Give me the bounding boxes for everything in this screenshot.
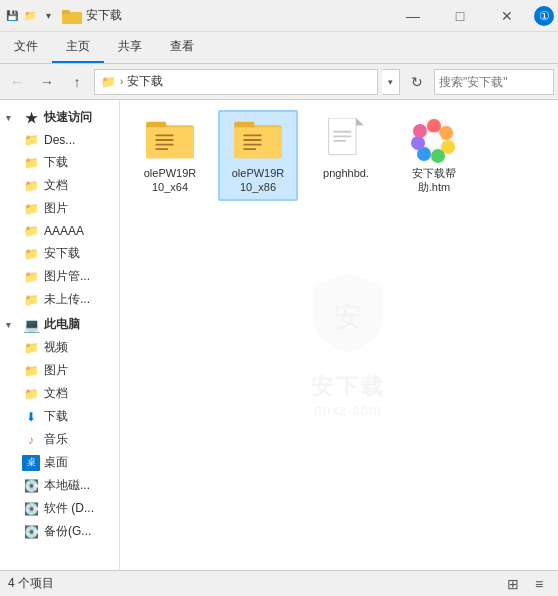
close-button[interactable]: ✕	[484, 0, 530, 32]
address-path[interactable]: 📁 › 安下载	[94, 69, 378, 95]
sidebar-item-software-disk[interactable]: 💽 软件 (D...	[0, 497, 119, 520]
svg-rect-20	[333, 131, 351, 133]
svg-point-31	[426, 132, 442, 148]
folder-icon-upload: 📁	[22, 292, 40, 308]
folder-icon-des: 📁	[22, 132, 40, 148]
title-folder-icon	[62, 8, 82, 24]
svg-rect-6	[155, 135, 173, 137]
sidebar-item-aaaaa[interactable]: 📁 AAAAA	[0, 220, 119, 242]
minimize-button[interactable]: —	[390, 0, 436, 32]
file-name-1: olePW19R 10_x86	[224, 166, 292, 195]
sidebar-item-imgmgr-label: 图片管...	[44, 268, 90, 285]
svg-marker-19	[356, 118, 363, 125]
status-count: 4 个项目	[8, 575, 502, 592]
window-controls: — □ ✕	[390, 0, 530, 32]
svg-point-30	[413, 124, 427, 138]
content-area: 安 安下载 anxz.com	[120, 100, 558, 570]
file-item-0[interactable]: olePW19R 10_x64	[130, 110, 210, 201]
sidebar-item-pc-download[interactable]: ⬇ 下载	[0, 405, 119, 428]
sidebar-item-music-label: 音乐	[44, 431, 68, 448]
back-button[interactable]: ←	[4, 69, 30, 95]
svg-rect-21	[333, 135, 351, 137]
new-folder-icon[interactable]: 📁	[22, 8, 38, 24]
quick-access-button[interactable]: ①	[534, 6, 554, 26]
properties-icon[interactable]: ▾	[40, 8, 56, 24]
sidebar-item-imgmgr[interactable]: 📁 图片管...	[0, 265, 119, 288]
search-input[interactable]	[439, 75, 558, 89]
file-item-2[interactable]: pnghhbd.	[306, 110, 386, 201]
sidebar-item-local-disk[interactable]: 💽 本地磁...	[0, 474, 119, 497]
download-icon: ⬇	[22, 409, 40, 425]
sidebar-item-pc-pictures[interactable]: 📁 图片	[0, 359, 119, 382]
folder-icon-download: 📁	[22, 155, 40, 171]
sidebar-item-backup-disk[interactable]: 💽 备份(G...	[0, 520, 119, 543]
ribbon-tab-file[interactable]: 文件	[0, 32, 52, 63]
local-disk-icon: 💽	[22, 478, 40, 494]
sidebar-item-software-disk-label: 软件 (D...	[44, 500, 94, 517]
status-bar: 4 个项目 ⊞ ≡	[0, 570, 558, 596]
watermark-shield-icon: 安	[303, 268, 393, 372]
software-disk-icon: 💽	[22, 501, 40, 517]
watermark-text: 安下载	[311, 372, 386, 402]
large-icons-view-button[interactable]: ⊞	[502, 574, 524, 594]
sidebar-item-aaaaa-label: AAAAA	[44, 224, 84, 238]
sidebar-item-backup-disk-label: 备份(G...	[44, 523, 91, 540]
svg-point-24	[427, 119, 441, 133]
save-icon[interactable]: 💾	[4, 8, 20, 24]
svg-rect-13	[243, 135, 261, 137]
address-dropdown-button[interactable]: ▾	[382, 69, 400, 95]
address-separator: ›	[120, 76, 123, 87]
sidebar-thispc-header[interactable]: ▾ 💻 此电脑	[0, 311, 119, 336]
svg-rect-12	[234, 127, 282, 158]
sidebar-item-desktop[interactable]: 桌 桌面	[0, 451, 119, 474]
sidebar-item-download[interactable]: 📁 下载	[0, 151, 119, 174]
sidebar-item-des[interactable]: 📁 Des...	[0, 129, 119, 151]
title-bar-icons: 💾 📁 ▾	[4, 8, 56, 24]
file-item-3[interactable]: 安下载帮助.htm	[394, 110, 474, 201]
address-bar: ← → ↑ 📁 › 安下载 ▾ ↻ 🔍	[0, 64, 558, 100]
sidebar-item-pictures-label: 图片	[44, 200, 68, 217]
maximize-button[interactable]: □	[437, 0, 483, 32]
sidebar-item-pc-download-label: 下载	[44, 408, 68, 425]
music-icon: ♪	[22, 432, 40, 448]
folder-icon-pc-pictures: 📁	[22, 363, 40, 379]
sidebar-item-pc-docs[interactable]: 📁 文档	[0, 382, 119, 405]
sidebar-item-music[interactable]: ♪ 音乐	[0, 428, 119, 451]
details-view-button[interactable]: ≡	[528, 574, 550, 594]
svg-rect-9	[155, 148, 168, 150]
svg-rect-14	[243, 139, 261, 141]
sidebar-item-anxz-label: 安下载	[44, 245, 80, 262]
address-root-icon: 📁	[101, 75, 116, 89]
sidebar-item-docs[interactable]: 📁 文档	[0, 174, 119, 197]
svg-point-29	[411, 136, 425, 150]
sidebar-item-anxz[interactable]: 📁 安下载	[0, 242, 119, 265]
main-area: ▾ ★ 快速访问 📁 Des... 📁 下载 📁 文档 📁 图片 📁 AAAAA…	[0, 100, 558, 570]
folder-icon-video: 📁	[22, 340, 40, 356]
file-name-0: olePW19R 10_x64	[136, 166, 204, 195]
up-button[interactable]: ↑	[64, 69, 90, 95]
sidebar-item-pictures[interactable]: 📁 图片	[0, 197, 119, 220]
sidebar-quick-access-header[interactable]: ▾ ★ 快速访问	[0, 104, 119, 129]
sidebar-item-des-label: Des...	[44, 133, 75, 147]
svg-rect-15	[243, 144, 261, 146]
file-item-1[interactable]: olePW19R 10_x86	[218, 110, 298, 201]
sidebar-item-upload[interactable]: 📁 未上传...	[0, 288, 119, 311]
search-box: 🔍	[434, 69, 554, 95]
ribbon-tab-view[interactable]: 查看	[156, 32, 208, 63]
thispc-expand-icon: ▾	[6, 320, 20, 330]
file-icon-3	[408, 116, 460, 164]
folder-icon-docs: 📁	[22, 178, 40, 194]
sidebar-item-video[interactable]: 📁 视频	[0, 336, 119, 359]
sidebar: ▾ ★ 快速访问 📁 Des... 📁 下载 📁 文档 📁 图片 📁 AAAAA…	[0, 100, 120, 570]
ribbon-tab-share[interactable]: 共享	[104, 32, 156, 63]
title-bar: 💾 📁 ▾ 安下载 — □ ✕ ①	[0, 0, 558, 32]
svg-rect-5	[146, 127, 194, 158]
sidebar-item-pc-docs-label: 文档	[44, 385, 68, 402]
forward-button[interactable]: →	[34, 69, 60, 95]
ribbon-tab-home[interactable]: 主页	[52, 32, 104, 63]
file-name-3: 安下载帮助.htm	[400, 166, 468, 195]
sidebar-item-upload-label: 未上传...	[44, 291, 90, 308]
svg-text:安: 安	[334, 301, 362, 332]
refresh-button[interactable]: ↻	[404, 69, 430, 95]
thispc-label: 此电脑	[44, 316, 80, 333]
